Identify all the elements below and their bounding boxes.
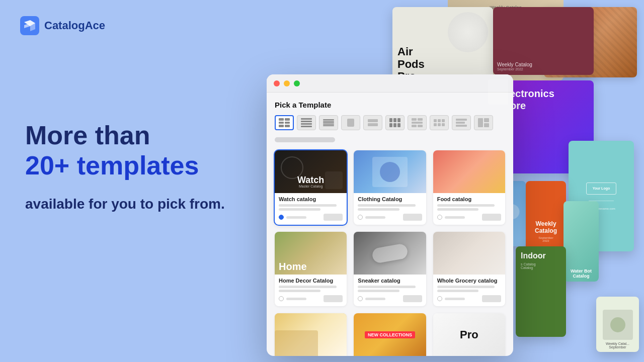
watch-radio[interactable]	[279, 215, 306, 220]
grocery-desc2	[437, 290, 479, 292]
layout-thumb-9[interactable]	[452, 115, 471, 130]
watch-thumbnail: Watch Master Catalog	[275, 150, 347, 193]
logo-area: CatalogAce	[20, 16, 105, 35]
template-card-grocery[interactable]: Whole Grocery catalog	[433, 232, 505, 306]
deco-weekly-sub: September 2022	[497, 67, 532, 71]
food-select-btn[interactable]	[482, 214, 501, 221]
layout-thumb-1[interactable]	[275, 115, 294, 130]
food-desc1	[437, 204, 495, 207]
deco-weekly-orange-title: WeeklyCatalog	[535, 220, 557, 235]
deco-weekly-bottom-card: Weekly Catal...September	[596, 297, 639, 352]
template-card-newcol[interactable]: NEW COLLECTIONS New collection Catalog	[354, 313, 426, 356]
airpods-label: Pro	[460, 328, 478, 341]
food-desc2	[437, 208, 479, 211]
home-thumb-label: Home	[279, 261, 307, 272]
food-radio-dot	[437, 215, 442, 220]
watch-name: Watch catalog	[279, 196, 343, 202]
home-radio-label	[286, 298, 306, 300]
sneaker-name: Sneaker catalog	[358, 278, 422, 284]
window-dot-green[interactable]	[294, 80, 300, 86]
template-card-furniture[interactable]: Modern furniture catalog	[275, 313, 347, 356]
sneaker-radio[interactable]	[358, 296, 385, 301]
watch-radio-dot	[279, 215, 284, 220]
food-radio-label	[445, 216, 465, 219]
your-logo-box: Your Logo	[586, 183, 616, 195]
layout-thumb-7[interactable]	[408, 115, 427, 130]
watch-select-btn[interactable]	[324, 214, 343, 221]
watch-desc1	[279, 204, 337, 207]
clothing-action	[358, 214, 422, 221]
newcol-thumbnail: NEW COLLECTIONS	[354, 313, 426, 356]
grocery-thumbnail	[433, 232, 505, 275]
clothing-desc1	[358, 204, 416, 207]
window-titlebar	[267, 74, 513, 93]
airpods-thumbnail: Pro	[433, 313, 505, 356]
watch-radio-label	[286, 216, 306, 219]
hero-line1: More than	[25, 121, 225, 151]
home-name: Home Decor Catalog	[279, 278, 343, 284]
clothing-name: Clothing Catalog	[358, 196, 422, 202]
logo-icon	[20, 16, 39, 35]
deco-indoor-title: Indoor	[521, 251, 546, 260]
grocery-info: Whole Grocery catalog	[433, 275, 505, 306]
clothing-radio-dot	[358, 215, 363, 220]
grocery-radio-dot	[437, 296, 442, 301]
deco-weekly-label: Weekly Catalog	[497, 62, 532, 67]
layout-thumb-4[interactable]	[341, 115, 360, 130]
clothing-desc2	[358, 208, 399, 211]
watch-desc2	[279, 208, 320, 211]
template-card-clothing[interactable]: Clothing Catalog	[354, 150, 426, 225]
template-card-sneaker[interactable]: Sneaker catalog	[354, 232, 426, 306]
watch-info: Watch catalog	[275, 193, 347, 225]
grocery-action	[437, 295, 501, 302]
window-dot-red[interactable]	[274, 80, 280, 86]
layout-thumb-5[interactable]	[363, 115, 382, 130]
search-bar[interactable]	[275, 137, 335, 142]
sneaker-desc1	[358, 286, 416, 288]
home-action	[279, 295, 343, 302]
sneaker-radio-label	[365, 298, 385, 300]
window-content: Pick a Template	[267, 93, 513, 356]
sneaker-desc2	[358, 290, 399, 292]
grocery-radio-label	[445, 298, 465, 300]
template-card-home[interactable]: Home Home Decor Catalog	[275, 232, 347, 306]
deco-indoor-sub: s CatalogCatalog	[521, 262, 536, 269]
grocery-desc1	[437, 286, 495, 288]
grocery-radio[interactable]	[437, 296, 465, 301]
app-window: Pick a Template	[267, 74, 513, 356]
window-dot-yellow[interactable]	[284, 80, 290, 86]
layout-thumb-10[interactable]	[474, 115, 493, 130]
pick-template-title: Pick a Template	[275, 101, 505, 109]
furniture-thumbnail	[275, 313, 347, 356]
sneaker-select-btn[interactable]	[403, 295, 422, 302]
deco-water-title: Water BotCatalog	[571, 268, 592, 279]
template-card-food[interactable]: Food catalog	[433, 150, 505, 225]
food-thumbnail	[433, 150, 505, 193]
watch-label: Watch Master Catalog	[297, 175, 324, 188]
home-select-btn[interactable]	[324, 295, 343, 302]
grocery-name: Whole Grocery catalog	[437, 278, 501, 284]
clothing-radio-label	[365, 216, 385, 219]
food-name: Food catalog	[437, 196, 501, 202]
clothing-select-btn[interactable]	[403, 214, 422, 221]
logo-name: CatalogAce	[44, 19, 105, 32]
clothing-radio[interactable]	[358, 215, 385, 220]
food-info: Food catalog	[433, 193, 505, 225]
layout-thumb-6[interactable]	[385, 115, 405, 130]
template-card-airpods[interactable]: Pro Airpods Catalog	[433, 313, 505, 356]
deco-indoor-card: Indoor s CatalogCatalog	[516, 246, 566, 337]
food-radio[interactable]	[437, 215, 465, 220]
layout-thumb-8[interactable]	[430, 115, 449, 130]
home-radio[interactable]	[279, 296, 306, 301]
clothing-thumbnail	[354, 150, 426, 193]
deco-weekly-top-card: Weekly Catalog September 2022	[493, 7, 594, 75]
grocery-select-btn[interactable]	[482, 295, 501, 302]
layout-thumb-3[interactable]	[319, 115, 338, 130]
clothing-info: Clothing Catalog	[354, 193, 426, 225]
hero-line3: available for you to pick from.	[25, 195, 225, 213]
sneaker-radio-dot	[358, 296, 363, 301]
layout-thumb-2[interactable]	[297, 115, 316, 130]
deco-water-card: Water BotCatalog	[564, 201, 599, 282]
newcol-badge: NEW COLLECTIONS	[365, 331, 415, 338]
template-card-watch[interactable]: Watch Master Catalog Watch catalog	[275, 150, 347, 225]
